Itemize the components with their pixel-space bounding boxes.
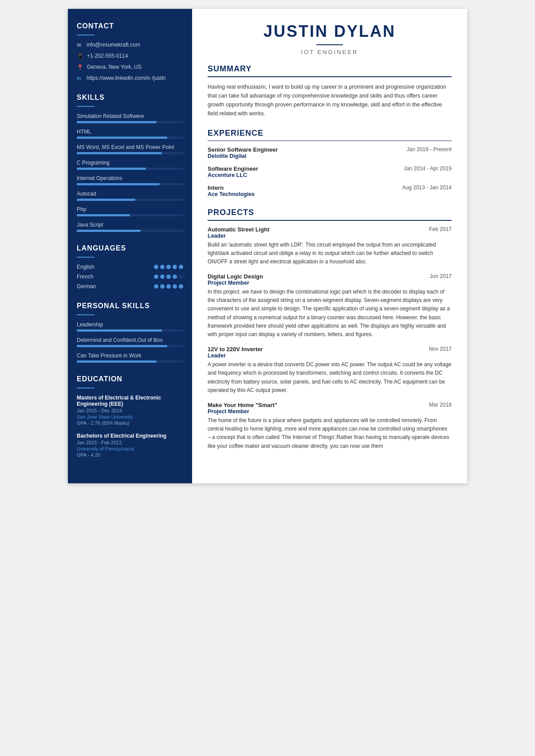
personal-skills-title: PERSONAL SKILLS bbox=[77, 302, 183, 310]
exp-dates: Jan 2014 - Apr 2019 bbox=[404, 165, 452, 172]
proj-desc: The home of the future is a place where … bbox=[208, 416, 452, 450]
language-dots bbox=[154, 284, 183, 289]
language-name: English bbox=[77, 264, 103, 270]
skill-bar-fill bbox=[77, 137, 167, 139]
personal-skill-bar-fill bbox=[77, 360, 157, 363]
person-name: JUSTIN DYLAN bbox=[208, 22, 452, 41]
exp-row: Intern Aug 2013 - Jan 2014 bbox=[208, 184, 452, 191]
experience-section: EXPERIENCE Senior Software Engineer Jan … bbox=[208, 129, 452, 198]
skill-item: MS Word, MS Excel and MS Power Point bbox=[77, 144, 183, 154]
exp-dates: Jan 2019 - Present bbox=[407, 146, 452, 153]
proj-date: Mar 2018 bbox=[429, 402, 452, 408]
experience-divider bbox=[208, 141, 452, 141]
exp-company: Deloitte Digital bbox=[208, 153, 452, 159]
personal-skill-item: Determind and Confident,Out of Box bbox=[77, 337, 183, 347]
skill-bar-fill bbox=[77, 183, 160, 185]
skill-bar-bg bbox=[77, 137, 183, 139]
job-title: IOT ENGINEER bbox=[208, 49, 452, 55]
skill-name: MS Word, MS Excel and MS Power Point bbox=[77, 144, 183, 150]
education-item: Bachelors of Electrical Engineering Jan … bbox=[77, 433, 183, 458]
edu-dates: Jan 2015 - Dec 2019 bbox=[77, 408, 183, 413]
skill-bar-bg bbox=[77, 168, 183, 170]
skill-name: Php bbox=[77, 206, 183, 212]
proj-name: Automatic Street Light bbox=[208, 226, 269, 233]
linkedin-value: https://www.linkedin.com/in /justin bbox=[87, 75, 166, 81]
skill-bar-bg bbox=[77, 152, 183, 154]
personal-skill-bar-bg bbox=[77, 329, 183, 332]
contact-location: 📍 Geneva, New York, US bbox=[77, 64, 183, 71]
proj-date: Jun 2017 bbox=[430, 273, 452, 279]
contact-divider bbox=[77, 35, 94, 35]
personal-skill-item: Leadership bbox=[77, 321, 183, 332]
language-dot bbox=[160, 265, 165, 269]
project-item: Automatic Street Light Feb 2017 Leader B… bbox=[208, 226, 452, 266]
skill-item: Internet Operations bbox=[77, 175, 183, 185]
edu-degree: Masters of Electrical & Electronic Engin… bbox=[77, 395, 183, 407]
personal-skill-bar-bg bbox=[77, 345, 183, 347]
projects-title: PROJECTS bbox=[208, 208, 452, 217]
project-item: Make Your Home "Smart" Mar 2018 Project … bbox=[208, 402, 452, 450]
contact-email: ✉ info@resumekraft.com bbox=[77, 42, 183, 48]
proj-date: Nov 2017 bbox=[429, 346, 452, 352]
edu-school: San Jose State University bbox=[77, 414, 183, 419]
education-divider bbox=[77, 388, 94, 388]
language-item: German bbox=[77, 283, 183, 290]
skill-name: C Programing bbox=[77, 160, 183, 166]
skill-item: C Programing bbox=[77, 160, 183, 170]
skill-name: HTML bbox=[77, 129, 183, 135]
proj-date: Feb 2017 bbox=[429, 226, 452, 232]
skills-section: SKILLS Simulation Related Softwere HTML … bbox=[77, 94, 183, 232]
exp-position: Intern bbox=[208, 184, 224, 191]
skill-bar-fill bbox=[77, 199, 135, 201]
personal-skill-name: Leadership bbox=[77, 321, 183, 328]
resume-container: CONTACT ✉ info@resumekraft.com 📱 +1-202-… bbox=[68, 9, 467, 483]
project-item: Digital Logic Design Jun 2017 Project Me… bbox=[208, 273, 452, 339]
language-dot bbox=[173, 274, 177, 279]
personal-skills-section: PERSONAL SKILLS Leadership Determind and… bbox=[77, 302, 183, 363]
personal-skill-bar-fill bbox=[77, 329, 162, 332]
languages-title: LANGUAGES bbox=[77, 244, 183, 252]
name-divider bbox=[316, 44, 343, 45]
projects-divider bbox=[208, 220, 452, 221]
edu-dates: Jan 2015 - Feb 2012 bbox=[77, 440, 183, 445]
name-header: JUSTIN DYLAN IOT ENGINEER bbox=[208, 22, 452, 55]
language-dot bbox=[160, 274, 165, 279]
skill-item: Php bbox=[77, 206, 183, 216]
skill-bar-bg bbox=[77, 121, 183, 123]
summary-text: Having real enthusiasm, I want to build … bbox=[208, 82, 452, 118]
education-section: EDUCATION Masters of Electrical & Electr… bbox=[77, 375, 183, 458]
exp-position: Software Engineer bbox=[208, 165, 258, 172]
edu-gpa: GPA - 2.76 (83% Marks) bbox=[77, 420, 183, 426]
skills-title: SKILLS bbox=[77, 94, 183, 102]
skill-bar-bg bbox=[77, 214, 183, 216]
language-dots bbox=[154, 265, 183, 269]
linkedin-icon: in bbox=[77, 75, 83, 81]
languages-section: LANGUAGES English French German bbox=[77, 244, 183, 290]
projects-section: PROJECTS Automatic Street Light Feb 2017… bbox=[208, 208, 452, 450]
language-name: French bbox=[77, 274, 103, 280]
personal-skill-bar-fill bbox=[77, 345, 167, 347]
languages-list: English French German bbox=[77, 264, 183, 290]
proj-name: Digital Logic Design bbox=[208, 273, 263, 280]
email-icon: ✉ bbox=[77, 42, 83, 48]
language-dot bbox=[173, 265, 177, 269]
skill-item: Java Script bbox=[77, 222, 183, 232]
proj-name: 12V to 220V Inverter bbox=[208, 346, 263, 353]
proj-role: Leader bbox=[208, 353, 452, 359]
skill-item: Autocad bbox=[77, 191, 183, 201]
summary-section: SUMMARY Having real enthusiasm, I want t… bbox=[208, 64, 452, 118]
language-dot bbox=[154, 265, 158, 269]
project-item: 12V to 220V Inverter Nov 2017 Leader A p… bbox=[208, 346, 452, 395]
skill-name: Internet Operations bbox=[77, 175, 183, 181]
languages-divider bbox=[77, 257, 94, 258]
exp-position: Senior Software Engineer bbox=[208, 146, 278, 153]
contact-title: CONTACT bbox=[77, 22, 183, 30]
skill-bar-bg bbox=[77, 183, 183, 185]
skill-item: HTML bbox=[77, 129, 183, 139]
personal-skill-bar-bg bbox=[77, 360, 183, 363]
exp-row: Senior Software Engineer Jan 2019 - Pres… bbox=[208, 146, 452, 153]
edu-school: University of Pennsylvania bbox=[77, 446, 183, 451]
proj-role: Leader bbox=[208, 233, 452, 239]
skill-name: Java Script bbox=[77, 222, 183, 228]
personal-skills-divider bbox=[77, 314, 94, 315]
